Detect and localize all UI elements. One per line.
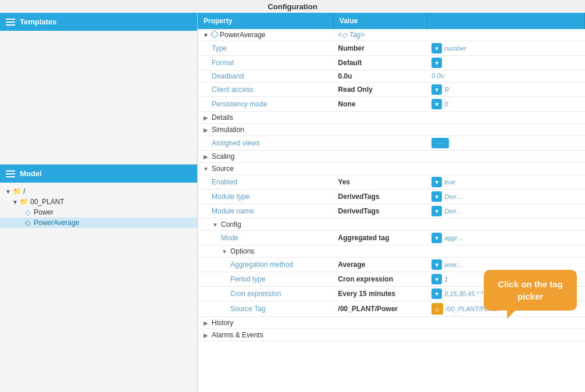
- model-tree: ▼ 📁 / ▼ 📁 00_PLANT ◇ Power ◇ PowerAverag…: [0, 183, 197, 231]
- value-text: Number: [338, 44, 364, 52]
- value-cell: DerivedTags: [333, 190, 427, 204]
- dropdown-button[interactable]: ▼: [431, 191, 442, 202]
- prop-label: Module name: [212, 207, 254, 215]
- value-cell: DerivedTags: [333, 204, 427, 219]
- table-row: ▼Options: [198, 245, 585, 258]
- arrow-icon[interactable]: ▶: [202, 320, 209, 327]
- col-property: Property: [198, 13, 333, 29]
- value-text: Aggregated tag: [338, 234, 389, 242]
- dropdown-button[interactable]: ▼: [431, 233, 442, 243]
- arrow-down-icon-plant: ▼: [12, 198, 19, 205]
- prop-label: Persistency mode: [212, 100, 267, 108]
- table-row: ▼PowerAverage<◇ Tag>: [198, 29, 585, 41]
- folder-icon-plant: 📁: [20, 198, 28, 205]
- extra-cell: 0.0u: [427, 70, 543, 81]
- extra-value: R: [444, 86, 449, 93]
- dropdown-button[interactable]: ▼: [431, 206, 442, 216]
- value-text: 0.0u: [338, 72, 352, 80]
- config-table: Property Value ▼PowerAverage<◇ Tag>TypeN…: [198, 13, 585, 392]
- arrow-icon[interactable]: ▶: [202, 115, 209, 122]
- arrow-icon[interactable]: ▼: [221, 248, 228, 255]
- value-text: /00_PLANT/Power: [338, 305, 398, 313]
- prop-label: Source Tag: [230, 305, 266, 313]
- prop-label: Enabled: [212, 178, 237, 186]
- table-row: TypeNumber▼number: [198, 41, 585, 56]
- tree-item-power[interactable]: ◇ Power: [0, 207, 197, 218]
- dropdown-button[interactable]: ▼: [431, 58, 442, 68]
- arrow-icon[interactable]: ▼: [212, 222, 219, 229]
- right-panel: Property Value ▼PowerAverage<◇ Tag>TypeN…: [198, 13, 585, 392]
- extra-cell: [427, 317, 543, 320]
- value-cell: <◇ Tag>: [333, 29, 427, 41]
- templates-menu-icon[interactable]: [6, 19, 15, 26]
- table-row: ▼Config: [198, 219, 585, 231]
- extra-cell: [427, 245, 543, 249]
- arrow-icon[interactable]: ▶: [202, 154, 209, 161]
- table-row: Assigned views···: [198, 136, 585, 151]
- value-text: None: [338, 100, 355, 108]
- extra-cell: [427, 219, 543, 222]
- table-row: ▶Details: [198, 112, 585, 124]
- tree-poweraverage-label: PowerAverage: [34, 219, 80, 227]
- table-row: Module typeDerivedTags▼Deri…: [198, 190, 585, 204]
- dropdown-button[interactable]: ▼: [431, 43, 442, 54]
- templates-label: Templates: [20, 17, 56, 26]
- value-cell: 0.0u: [333, 70, 427, 83]
- value-text: Default: [338, 59, 362, 67]
- value-text: Cron expression: [338, 275, 393, 283]
- value-cell: [333, 163, 427, 175]
- folder-icon-root: 📁: [13, 188, 21, 195]
- table-row: FormatDefault▼: [198, 56, 585, 70]
- tag-icon-power: ◇: [23, 209, 31, 216]
- dropdown-button[interactable]: ▼: [431, 99, 442, 109]
- extra-value: number: [444, 45, 466, 52]
- model-menu-icon[interactable]: [6, 170, 15, 177]
- tag-picker-button[interactable]: ◇: [431, 303, 443, 315]
- value-cell: [333, 136, 427, 151]
- extra-cell: ▼true: [427, 175, 543, 189]
- prop-label: Module type: [212, 193, 249, 201]
- tree-root-label: /: [23, 187, 25, 195]
- value-cell: [333, 317, 427, 329]
- extra-value: aggr…: [444, 234, 463, 241]
- arrow-icon[interactable]: ▶: [202, 127, 209, 134]
- table-row: ModeAggregated tag▼aggr…: [198, 231, 585, 245]
- extra-value: Deri…: [444, 193, 462, 200]
- arrow-icon[interactable]: ▶: [202, 332, 209, 339]
- templates-header: Templates: [0, 13, 197, 31]
- value-text: Yes: [338, 178, 350, 186]
- extra-cell: [427, 163, 543, 166]
- table-row: EnabledYes▼true: [198, 175, 585, 190]
- model-header: Model: [0, 165, 197, 183]
- extra-cell: [427, 151, 543, 154]
- tree-power-label: Power: [34, 208, 53, 216]
- configuration-title: Configuration: [267, 2, 317, 11]
- value-cell: [333, 219, 427, 231]
- extra-cell: [427, 124, 543, 127]
- extra-value: 1: [444, 276, 448, 283]
- dropdown-button[interactable]: ▼: [431, 259, 442, 270]
- dots-button[interactable]: ···: [431, 138, 449, 148]
- prop-label: Cron expression: [230, 290, 281, 298]
- tree-item-poweraverage[interactable]: ◇ PowerAverage: [0, 218, 197, 228]
- arrow-icon[interactable]: ▼: [202, 166, 209, 173]
- dropdown-button[interactable]: ▼: [431, 177, 442, 187]
- value-cell: Number: [333, 41, 427, 56]
- dropdown-button[interactable]: ▼: [431, 288, 442, 299]
- dropdown-button[interactable]: ▼: [431, 274, 442, 284]
- value-cell: Yes: [333, 175, 427, 190]
- tree-item-plant[interactable]: ▼ 📁 00_PLANT: [0, 197, 197, 207]
- prop-label: Mode: [221, 234, 238, 242]
- table-row: ▶History: [198, 317, 585, 329]
- extra-cell: [427, 29, 543, 33]
- col-extra: [427, 13, 584, 29]
- tree-item-root[interactable]: ▼ 📁 /: [0, 186, 197, 197]
- extra-cell: ▼Deri…: [427, 204, 543, 218]
- dropdown-button[interactable]: ▼: [431, 84, 442, 95]
- extra-cell: ▼aggr…: [427, 231, 543, 245]
- value-text: DerivedTags: [338, 193, 379, 201]
- extra-value: 0.0u: [431, 72, 444, 79]
- prop-label: Scaling: [212, 152, 234, 161]
- value-cell: Aggregated tag: [333, 231, 427, 245]
- arrow-icon: ▼: [202, 32, 209, 39]
